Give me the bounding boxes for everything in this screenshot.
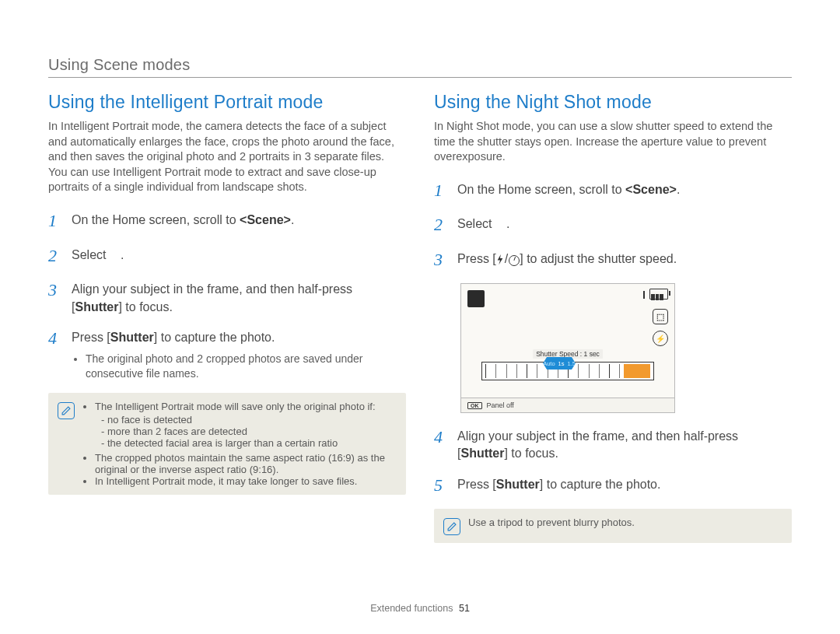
step-text: Press [Shutter] to capture the photo.: [457, 474, 792, 498]
left-intro-paragraph: In Intelligent Portrait mode, the camera…: [48, 119, 406, 195]
left-column: Using the Intelligent Portrait mode In I…: [48, 92, 406, 543]
right-intro-paragraph: In Night Shot mode, you can use a slow s…: [434, 119, 792, 165]
page-footer: Extended functions 51: [0, 603, 840, 614]
note-body: Use a tripod to prevent blurry photos.: [468, 517, 635, 535]
battery-icon: [649, 289, 668, 299]
step-text-pre: On the Home screen, scroll to: [457, 183, 625, 196]
step-number: 3: [48, 278, 62, 316]
ok-icon: OK: [467, 402, 482, 409]
note-icon: [58, 402, 75, 419]
scene-label: <Scene>: [625, 183, 677, 196]
left-steps: 1 On the Home screen, scroll to <Scene>.…: [48, 209, 406, 382]
camera-lcd-preview: ⬚ ⚡ Shutter Speed : 1 sec Auto 1s 1.5: [460, 283, 675, 413]
scale-pointer: Auto 1s 1.5: [543, 357, 576, 370]
step-number: 1: [48, 209, 62, 233]
footer-section-label: Extended functions: [370, 603, 453, 614]
pointer-label-value: 1s: [558, 360, 565, 367]
step-number: 4: [434, 426, 448, 463]
shutter-label: Shutter: [110, 331, 154, 344]
step-4: 4 Press [Shutter] to capture the photo. …: [48, 327, 406, 382]
two-column-layout: Using the Intelligent Portrait mode In I…: [48, 92, 792, 543]
scale-highlight-band: [624, 364, 650, 378]
scene-label: <Scene>: [240, 213, 291, 226]
step-text-post: ] to adjust the shutter speed.: [520, 252, 677, 265]
right-steps-continued: 4 Align your subject in the frame, and t…: [434, 426, 792, 498]
mode-indicator-icon: [467, 290, 485, 307]
step-text: On the Home screen, scroll to <Scene>.: [457, 179, 792, 203]
step-text: Select .: [457, 213, 792, 237]
step-text-pre: On the Home screen, scroll to: [72, 213, 240, 226]
manual-page: Using Scene modes Using the Intelligent …: [0, 0, 840, 634]
flash-icon: [496, 254, 504, 264]
portrait-mode-icon: [110, 250, 121, 261]
slash-icon: /: [505, 250, 508, 268]
shutter-label: Shutter: [460, 447, 504, 460]
step-text: On the Home screen, scroll to <Scene>.: [72, 209, 406, 233]
page-number: 51: [459, 603, 470, 614]
note-bullet: The cropped photos maintain the same asp…: [95, 452, 395, 475]
timer-icon: [509, 255, 520, 266]
step-3: 3 Align your subject in the frame, and t…: [48, 278, 406, 316]
note-bullet: The Intelligent Portrait mode will save …: [95, 401, 395, 449]
right-heading: Using the Night Shot mode: [434, 92, 792, 113]
lcd-top-right-icons: [643, 289, 668, 299]
step-text-post: .: [121, 248, 124, 261]
step-text-pre: Press [: [457, 252, 496, 265]
resolution-icon: ⬚: [653, 309, 668, 324]
step-text-post: .: [677, 183, 680, 196]
step-number: 5: [434, 474, 448, 498]
step-text-pre: Select: [72, 248, 110, 261]
step-text: Align your subject in the frame, and the…: [72, 278, 406, 316]
night-mode-icon: [495, 219, 506, 229]
note-callout: Use a tripod to prevent blurry photos.: [434, 509, 792, 543]
step-number: 3: [434, 248, 448, 272]
step-3: 3 Press [ / ] to adjust the shutter spee…: [434, 248, 792, 272]
step-2: 2 Select .: [48, 244, 406, 268]
note-sub-bullet: no face is detected: [101, 414, 395, 426]
step-text-post: .: [506, 217, 509, 230]
step-text-pre: Select: [457, 217, 495, 230]
step-number: 2: [434, 213, 448, 237]
step-text-pre: Press [: [72, 331, 110, 344]
signal-icon: [643, 291, 645, 299]
step-4: 4 Align your subject in the frame, and t…: [434, 426, 792, 463]
shutter-label: Shutter: [496, 478, 540, 491]
lcd-right-edge-icons: ⬚ ⚡: [653, 309, 668, 346]
step-text: Select .: [72, 244, 406, 268]
step-text-post: .: [291, 213, 294, 226]
step-1: 1 On the Home screen, scroll to <Scene>.: [48, 209, 406, 233]
lcd-footer-bar: OK Panel off: [461, 398, 674, 412]
step-text-post: ] to capture the photo.: [540, 478, 661, 491]
step-text: Press [Shutter] to capture the photo. Th…: [72, 327, 406, 382]
note-icon: [443, 518, 460, 535]
step-5: 5 Press [Shutter] to capture the photo.: [434, 474, 792, 498]
right-steps: 1 On the Home screen, scroll to <Scene>.…: [434, 179, 792, 272]
step-1: 1 On the Home screen, scroll to <Scene>.: [434, 179, 792, 203]
lcd-main-area: ⬚ ⚡ Shutter Speed : 1 sec Auto 1s 1.5: [461, 284, 674, 398]
note-bullet-text: The Intelligent Portrait mode will save …: [95, 401, 376, 412]
note-bullet: In Intelligent Portrait mode, it may tak…: [95, 475, 395, 487]
step-text: Align your subject in the frame, and the…: [457, 426, 792, 463]
step-2: 2 Select .: [434, 213, 792, 237]
section-header: Using Scene modes: [48, 56, 792, 74]
flash-status-icon: ⚡: [653, 331, 668, 346]
substep: The original photo and 2 cropped photos …: [86, 352, 406, 382]
step-text: Press [ / ] to adjust the shutter speed.: [457, 248, 792, 272]
lcd-footer-text: Panel off: [487, 401, 514, 409]
step-text-post: ] to focus.: [504, 447, 558, 460]
header-rule: [48, 77, 792, 78]
flash-timer-icons: /: [496, 250, 520, 268]
step-text-post: ] to capture the photo.: [154, 331, 275, 344]
right-column: Using the Night Shot mode In Night Shot …: [434, 92, 792, 543]
step-text-pre: Press [: [457, 478, 496, 491]
note-callout: The Intelligent Portrait mode will save …: [48, 393, 406, 495]
note-sub-bullet: the detected facial area is larger than …: [101, 437, 395, 449]
left-heading: Using the Intelligent Portrait mode: [48, 92, 406, 113]
note-body: The Intelligent Portrait mode will save …: [82, 401, 395, 487]
pointer-label-auto: Auto: [543, 360, 555, 367]
step-text-post: ] to focus.: [118, 300, 172, 313]
step-number: 2: [48, 244, 62, 268]
note-sub-bullet: more than 2 faces are detected: [101, 426, 395, 437]
step-number: 4: [48, 327, 62, 382]
step-number: 1: [434, 179, 448, 203]
